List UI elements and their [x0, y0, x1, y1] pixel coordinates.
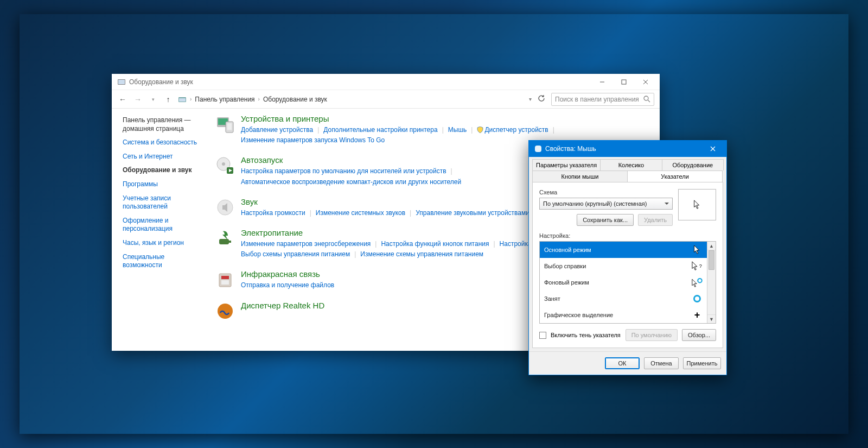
scheme-select[interactable]: По умолчанию (крупный) (системная) — [539, 198, 673, 210]
cursor-busy-icon — [692, 293, 703, 304]
scheme-value: По умолчанию (крупный) (системная) — [543, 200, 647, 207]
search-icon — [643, 96, 650, 104]
sidebar-item-programs[interactable]: Программы — [123, 180, 204, 189]
svg-text:?: ? — [699, 263, 702, 269]
svg-rect-13 — [227, 123, 232, 130]
sidebar-item-hardware[interactable]: Оборудование и звук — [123, 166, 204, 175]
cursor-item-background[interactable]: Фоновый режим — [540, 274, 707, 291]
cursor-item-help[interactable]: Выбор справки ? — [540, 258, 707, 274]
shadow-label[interactable]: Включить тень указателя — [551, 332, 621, 338]
mp-tabs: Параметры указателя Колесико Оборудовани… — [529, 157, 726, 182]
cp-titlebar: Оборудование и звук — [112, 74, 660, 90]
devices-icon — [215, 114, 235, 135]
cursor-list: Основной режим Выбор справки ? Фоновый р… — [539, 241, 716, 324]
scheme-label: Схема — [539, 189, 673, 195]
sound-icon — [215, 197, 235, 218]
delete-button: Удалить — [638, 214, 673, 226]
mp-footer: ОК Отмена Применить — [529, 351, 726, 375]
search-input[interactable]: Поиск в панели управления — [551, 93, 654, 106]
tab-buttons[interactable]: Кнопки мыши — [532, 171, 628, 182]
nav-up-icon[interactable]: ↑ — [163, 95, 174, 104]
link-mouse[interactable]: Мышь — [448, 125, 467, 135]
cursor-arrow-icon — [692, 244, 703, 255]
mp-close-button[interactable] — [701, 141, 724, 157]
breadcrumb-item-2[interactable]: Оборудование и звук — [263, 96, 327, 103]
breadcrumb-dropdown-icon[interactable]: ▾ — [529, 96, 532, 102]
browse-button[interactable]: Обзор... — [682, 329, 716, 341]
link-system-sounds[interactable]: Изменение системных звуков — [316, 208, 405, 218]
svg-rect-3 — [622, 80, 626, 84]
sidebar-item-appearance[interactable]: Оформление и персонализация — [123, 217, 204, 234]
sidebar-item-network[interactable]: Сеть и Интернет — [123, 153, 204, 161]
cp-close-button[interactable] — [635, 74, 656, 90]
mouse-titlebar-icon — [534, 145, 542, 153]
devices-title[interactable]: Устройства и принтеры — [241, 114, 649, 123]
refresh-icon[interactable] — [536, 94, 547, 104]
cp-minimize-button[interactable] — [591, 74, 613, 90]
scroll-down-icon[interactable]: ▼ — [707, 314, 716, 323]
cursor-help-icon: ? — [692, 261, 703, 272]
svg-point-27 — [698, 279, 702, 283]
ok-button[interactable]: ОК — [605, 357, 640, 369]
tab-pointer-options[interactable]: Параметры указателя — [532, 159, 601, 171]
link-power-plan-choose[interactable]: Выбор схемы управления питанием — [241, 249, 350, 260]
scroll-thumb[interactable] — [709, 250, 714, 270]
shield-icon — [477, 126, 483, 132]
sidebar-item-system[interactable]: Система и безопасность — [123, 138, 204, 147]
customize-label: Настройка: — [539, 232, 716, 239]
cp-sidebar: Панель управления — домашняя страница Си… — [112, 109, 209, 351]
shadow-checkbox[interactable] — [539, 332, 546, 339]
svg-line-9 — [648, 100, 650, 102]
cursor-item-precision[interactable]: Графическое выделение + — [540, 307, 707, 323]
tab-pointers[interactable]: Указатели — [627, 171, 723, 182]
tab-wheel[interactable]: Колесико — [600, 159, 662, 171]
link-windows-togo[interactable]: Изменение параметров запуска Windows To … — [241, 135, 385, 146]
nav-forward-icon[interactable]: → — [132, 95, 143, 104]
svg-rect-21 — [221, 276, 229, 279]
cancel-button[interactable]: Отмена — [644, 357, 679, 369]
link-add-device[interactable]: Добавление устройства — [241, 125, 313, 135]
realtek-icon — [215, 301, 235, 321]
link-volume[interactable]: Настройка громкости — [241, 208, 305, 218]
svg-point-23 — [218, 304, 233, 319]
link-power-buttons[interactable]: Настройка функций кнопок питания — [381, 239, 489, 249]
mouse-properties-dialog: Свойства: Мышь Параметры указателя Колес… — [528, 140, 727, 375]
scrollbar[interactable]: ▲ ▼ — [707, 242, 716, 323]
cursor-item-busy[interactable]: Занят — [540, 291, 707, 307]
search-placeholder: Поиск в панели управления — [555, 96, 639, 103]
save-as-button[interactable]: Сохранить как... — [577, 214, 634, 226]
link-power-save[interactable]: Изменение параметров энергосбережения — [241, 239, 371, 249]
cp-maximize-button[interactable] — [613, 74, 635, 90]
link-power-plan-edit[interactable]: Изменение схемы управления питанием — [360, 249, 483, 260]
infrared-icon — [215, 269, 235, 290]
link-autoplay-cd[interactable]: Автоматическое воспроизведение компакт-д… — [241, 177, 461, 187]
svg-rect-18 — [219, 239, 229, 244]
breadcrumb-item-1[interactable]: Панель управления — [195, 96, 254, 103]
tab-hardware[interactable]: Оборудование — [662, 159, 724, 171]
breadcrumb[interactable]: › Панель управления › Оборудование и зву… — [178, 95, 532, 104]
apply-button[interactable]: Применить — [683, 357, 721, 369]
scroll-up-icon[interactable]: ▲ — [707, 242, 716, 250]
sidebar-item-clock[interactable]: Часы, язык и регион — [123, 239, 204, 248]
link-audio-devices[interactable]: Управление звуковыми устройствами — [416, 208, 529, 218]
link-infrared-files[interactable]: Отправка и получение файлов — [241, 280, 334, 291]
link-autoplay-defaults[interactable]: Настройка параметров по умолчанию для но… — [241, 166, 446, 176]
sidebar-item-accessibility[interactable]: Специальные возможности — [123, 253, 204, 270]
link-device-manager[interactable]: Диспетчер устройств — [484, 126, 548, 134]
cursor-preview — [678, 189, 716, 220]
svg-point-28 — [694, 296, 700, 302]
cursor-item-normal[interactable]: Основной режим — [540, 242, 707, 258]
desktop-frame: Оборудование и звук ← → ▾ ↑ › Панель упр… — [20, 14, 848, 434]
link-printer-settings[interactable]: Дополнительные настройки принтера — [323, 125, 437, 135]
svg-point-8 — [644, 96, 648, 100]
nav-back-icon[interactable]: ← — [117, 95, 128, 104]
sidebar-home[interactable]: Панель управления — домашняя страница — [123, 116, 204, 133]
cursor-arrow-icon — [693, 200, 701, 210]
sidebar-item-accounts[interactable]: Учетные записи пользователей — [123, 194, 204, 211]
cp-window-title: Оборудование и звук — [129, 78, 591, 86]
cursor-working-icon — [692, 277, 703, 288]
svg-rect-1 — [118, 80, 125, 84]
nav-history-dropdown-icon[interactable]: ▾ — [148, 97, 158, 102]
power-icon — [215, 228, 235, 249]
svg-rect-7 — [179, 98, 186, 102]
